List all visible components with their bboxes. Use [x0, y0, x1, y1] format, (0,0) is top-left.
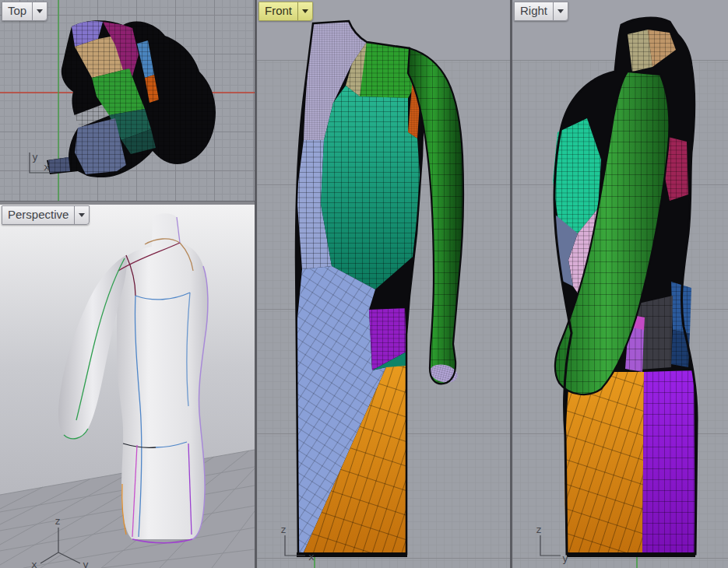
right-viewport-canvas[interactable]: z y — [512, 0, 728, 568]
top-viewport-canvas[interactable]: y x — [0, 0, 255, 201]
axis-label-x: x — [31, 559, 37, 568]
axis-label-y: y — [32, 151, 38, 163]
front-viewport-canvas[interactable]: z x — [257, 0, 510, 568]
axis-label-y: y — [562, 552, 568, 564]
viewport-menu-button[interactable] — [74, 206, 89, 224]
axis-label-y: y — [83, 559, 89, 568]
chevron-down-icon — [302, 9, 308, 13]
viewport-layout: y x Top — [0, 0, 728, 568]
chevron-down-icon — [37, 9, 43, 13]
viewport-title-text[interactable]: Top — [2, 2, 32, 20]
dress-side-view — [553, 18, 697, 555]
viewport-menu-button[interactable] — [553, 2, 568, 20]
axis-label-z: z — [280, 524, 287, 535]
viewport-front[interactable]: z x Front — [257, 0, 510, 568]
viewport-divider-vertical-left[interactable] — [255, 0, 257, 568]
viewport-title-text[interactable]: Perspective — [2, 206, 74, 224]
axis-label-z: z — [536, 524, 542, 535]
viewport-title-top[interactable]: Top — [2, 2, 47, 21]
viewport-title-text[interactable]: Front — [259, 2, 297, 20]
viewport-title-text[interactable]: Right — [515, 2, 553, 20]
viewport-right[interactable]: z y Right — [512, 0, 728, 568]
chevron-down-icon — [557, 9, 564, 13]
viewport-divider-vertical-right[interactable] — [510, 0, 512, 568]
viewport-top[interactable]: y x Top — [0, 0, 255, 201]
viewport-divider-horizontal[interactable] — [0, 201, 255, 205]
chevron-down-icon — [79, 213, 85, 217]
viewport-menu-button[interactable] — [297, 2, 312, 20]
axis-label-x: x — [308, 551, 315, 563]
axis-label-x: x — [44, 161, 50, 173]
viewport-title-right[interactable]: Right — [514, 2, 568, 21]
axis-label-z: z — [55, 515, 61, 527]
viewport-title-perspective[interactable]: Perspective — [2, 205, 90, 225]
viewport-menu-button[interactable] — [32, 2, 47, 20]
viewport-title-front[interactable]: Front — [258, 2, 313, 21]
perspective-viewport-canvas[interactable]: z x y — [0, 204, 255, 568]
viewport-perspective[interactable]: z x y Perspective — [0, 204, 255, 568]
